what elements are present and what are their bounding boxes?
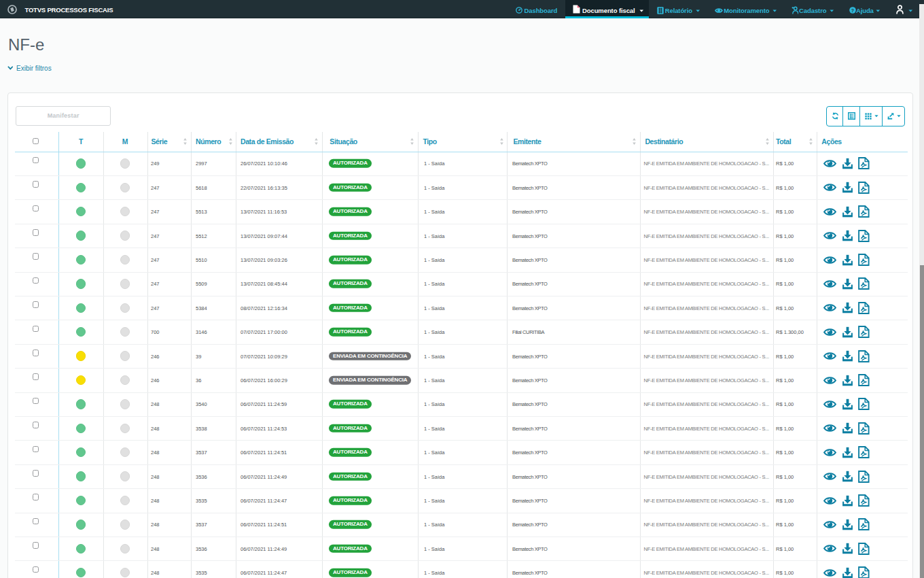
- svg-text:?: ?: [851, 8, 853, 13]
